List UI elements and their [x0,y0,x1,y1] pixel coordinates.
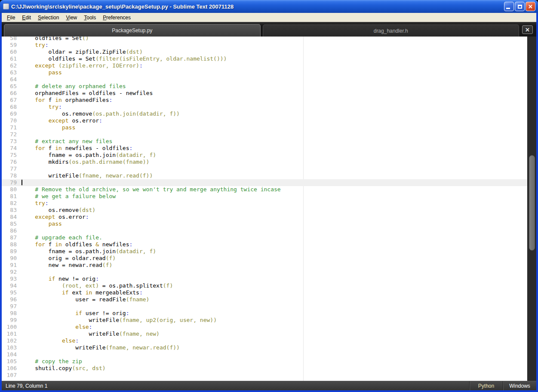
code-line[interactable]: 88 for f in oldfiles & newfiles: [2,241,527,248]
menu-file[interactable]: File [3,14,18,21]
code-text: shutil.copy(src, dst) [22,365,527,372]
title-bar[interactable]: C:\JJ\working\src\skyline\package_setup\… [0,0,538,13]
code-line[interactable]: 63 pass [2,69,527,76]
code-line[interactable]: 78 writeFile(fname, newar.read(f)) [2,172,527,179]
code-line[interactable]: 89 fname = os.path.join(datadir, f) [2,248,527,255]
code-line[interactable]: 75 fname = os.path.join(datadir, f) [2,152,527,159]
menu-tools[interactable]: Tools [80,14,99,21]
code-text: try: [22,200,527,207]
window-controls: ✕ [504,2,535,11]
code-editor[interactable]: 58 oldfiles = Set()59 try:60 oldar = zip… [2,37,536,381]
code-line[interactable]: 102 else: [2,337,527,344]
code-line[interactable]: 98 if user != orig: [2,310,527,317]
app-icon [3,3,9,9]
line-endings-selector[interactable]: Windows [503,381,536,390]
code-line[interactable]: 107 [2,372,527,379]
line-number: 66 [2,90,22,97]
code-line[interactable]: 73 # extract any new files [2,138,527,145]
code-line[interactable]: 106 shutil.copy(src, dst) [2,365,527,372]
code-line[interactable]: 104 [2,351,527,358]
code-line[interactable]: 61 oldfiles = Set(filter(isFileEntry, ol… [2,55,527,62]
code-line[interactable]: 60 oldar = zipfile.ZipFile(dst) [2,49,527,55]
line-number: 90 [2,255,22,262]
tab-drag-handler-h[interactable]: drag_handler.h [263,24,520,37]
code-line[interactable]: 81 # we get a failure below [2,193,527,200]
code-line[interactable]: 68 try: [2,104,527,110]
code-line[interactable]: 83 os.remove(dst) [2,207,527,214]
code-line[interactable]: 74 for f in newfiles - oldfiles: [2,145,527,152]
menu-selection[interactable]: Selection [34,14,62,21]
code-text: except (zipfile.error, IOError): [22,62,527,69]
code-text: writeFile(fname, newar.read(f)) [22,172,527,179]
line-number: 84 [2,214,22,220]
line-number: 62 [2,62,22,69]
line-number: 87 [2,234,22,241]
line-number: 69 [2,110,22,117]
tab-packagesetup-py[interactable]: PackageSetup.py [4,24,261,37]
code-line[interactable]: 92 [2,269,527,276]
code-line[interactable]: 70 except os.error: [2,117,527,124]
line-number: 59 [2,42,22,49]
maximize-button[interactable] [515,2,525,11]
scrollbar-thumb[interactable] [529,155,535,251]
code-text: writeFile(fname, newar.read(f)) [22,344,527,351]
code-line[interactable]: 58 oldfiles = Set() [2,37,527,42]
code-line[interactable]: 87 # upgrade each file. [2,234,527,241]
code-line[interactable]: 84 except os.error: [2,214,527,220]
code-line[interactable]: 100 else: [2,324,527,331]
line-number: 81 [2,193,22,200]
code-line[interactable]: 80 # Remove the old archive, so we won't… [2,186,527,193]
code-line[interactable]: 91 new = newar.read(f) [2,262,527,269]
line-number: 99 [2,317,22,324]
code-text: for f in orphanedFiles: [22,97,527,104]
code-line[interactable]: 101 writeFile(fname, new) [2,331,527,337]
tab-close-button[interactable]: ✕ [522,25,533,34]
code-line[interactable]: 99 writeFile(fname, up2(orig, user, new)… [2,317,527,324]
code-line[interactable]: 79 [2,179,527,186]
code-line[interactable]: 90 orig = oldar.read(f) [2,255,527,262]
code-text: orig = oldar.read(f) [22,255,527,262]
close-button[interactable]: ✕ [526,2,535,11]
line-number: 105 [2,358,22,365]
code-line[interactable]: 65 # delete any orphaned files [2,83,527,90]
code-line[interactable]: 64 [2,76,527,83]
code-line[interactable]: 66 orphanedFiles = oldfiles - newfiles [2,90,527,97]
syntax-mode-selector[interactable]: Python [469,381,503,390]
line-number: 91 [2,262,22,269]
code-text: mkdirs(os.path.dirname(fname)) [22,159,527,165]
code-line[interactable]: 103 writeFile(fname, newar.read(f)) [2,344,527,351]
code-line[interactable]: 93 if new != orig: [2,276,527,282]
code-text: # delete any orphaned files [22,83,527,90]
menu-edit[interactable]: Edit [18,14,34,21]
line-number: 89 [2,248,22,255]
vertical-scrollbar[interactable] [527,37,536,381]
code-text [22,165,527,172]
code-text: orphanedFiles = oldfiles - newfiles [22,90,527,97]
code-line[interactable]: 95 if ext in mergeableExts: [2,289,527,296]
code-line[interactable]: 85 pass [2,220,527,227]
code-line[interactable]: 96 user = readFile(fname) [2,296,527,303]
code-line[interactable]: 69 os.remove(os.path.join(datadir, f)) [2,110,527,117]
line-number: 102 [2,337,22,344]
line-number: 96 [2,296,22,303]
code-text [22,131,527,138]
code-line[interactable]: 77 [2,165,527,172]
code-line[interactable]: 59 try: [2,42,527,49]
menu-view[interactable]: View [62,14,80,21]
code-line[interactable]: 82 try: [2,200,527,207]
window-title: C:\JJ\working\src\skyline\package_setup\… [11,3,504,10]
menu-preferences[interactable]: Preferences [99,14,134,21]
code-line[interactable]: 94 (root, ext) = os.path.splitext(f) [2,282,527,289]
code-line[interactable]: 76 mkdirs(os.path.dirname(fname)) [2,159,527,165]
code-line[interactable]: 105 # copy the zip [2,358,527,365]
code-text: if new != orig: [22,276,527,282]
code-line[interactable]: 71 pass [2,124,527,131]
code-line[interactable]: 72 [2,131,527,138]
code-line[interactable]: 97 [2,303,527,310]
code-line[interactable]: 86 [2,227,527,234]
minimize-button[interactable] [504,2,514,11]
code-line[interactable]: 67 for f in orphanedFiles: [2,97,527,104]
line-number: 86 [2,227,22,234]
code-line[interactable]: 62 except (zipfile.error, IOError): [2,62,527,69]
minimize-icon [506,8,510,9]
